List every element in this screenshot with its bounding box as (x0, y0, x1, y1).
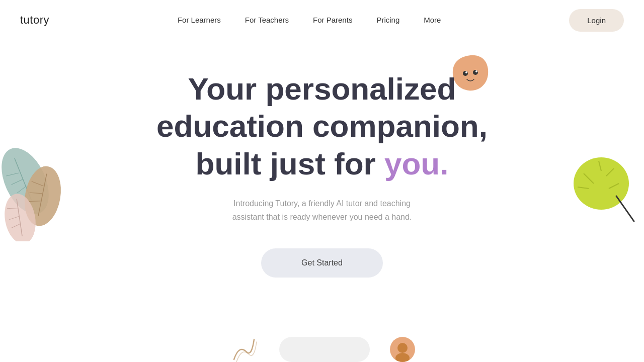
nav-item-for-learners[interactable]: For Learners (178, 16, 221, 25)
hero-subtitle: Introducing Tutory, a friendly AI tutor … (221, 197, 423, 224)
hero-title-line1: Your personalized (188, 71, 456, 106)
logo[interactable]: tutory (20, 14, 49, 27)
nav-item-more[interactable]: More (424, 16, 441, 25)
nav-item-for-teachers[interactable]: For Teachers (245, 16, 289, 25)
hero-title-line3: built just for you. (196, 146, 449, 181)
hero-title-line2: education companion, (156, 109, 488, 143)
nav-links: For Learners For Teachers For Parents Pr… (178, 16, 441, 25)
nav-item-pricing[interactable]: Pricing (376, 16, 399, 25)
svg-point-26 (397, 343, 408, 353)
nav-item-for-parents[interactable]: For Parents (313, 16, 352, 25)
bottom-decoration (0, 334, 644, 362)
hero-title: Your personalized education companion, b… (156, 70, 488, 183)
login-button[interactable]: Login (569, 9, 624, 32)
navbar: tutory For Learners For Teachers For Par… (0, 0, 644, 40)
svg-point-27 (395, 353, 410, 362)
hero-section: Your personalized education companion, b… (0, 40, 644, 278)
hero-title-highlight: you. (384, 146, 448, 181)
get-started-button[interactable]: Get Started (261, 248, 383, 278)
